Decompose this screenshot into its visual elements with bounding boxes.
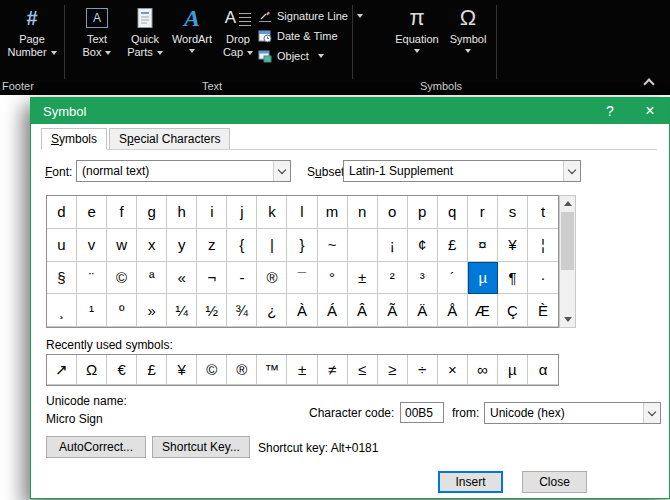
symbol-cell[interactable]: ¼ [167,294,197,327]
symbol-cell[interactable]: Ç [498,294,528,327]
chevron-down-icon[interactable] [563,161,580,181]
recent-symbol-cell[interactable]: ÷ [408,355,438,385]
recent-symbol-cell[interactable]: © [197,355,227,385]
scroll-up-button[interactable] [560,196,575,211]
quick-parts-button[interactable]: Quick Parts [122,3,168,75]
symbol-cell[interactable]: µ [468,262,498,295]
symbol-cell[interactable]: k [257,196,287,229]
symbol-cell[interactable]: o [378,196,408,229]
symbol-cell[interactable]: ¶ [498,262,528,295]
symbol-cell[interactable]: q [438,196,468,229]
symbol-cell[interactable]: « [167,262,197,295]
symbol-cell[interactable]: ¸ [47,294,77,327]
symbol-cell[interactable]: r [468,196,498,229]
symbol-cell[interactable]: Æ [468,294,498,327]
recent-symbol-cell[interactable]: ¥ [167,355,197,385]
symbol-cell[interactable]: e [77,196,107,229]
collapse-ribbon-icon[interactable] [643,78,654,89]
symbol-cell[interactable]: s [498,196,528,229]
recent-symbol-cell[interactable]: ® [227,355,257,385]
symbol-cell[interactable]: p [408,196,438,229]
close-button[interactable]: Close [522,471,587,493]
equation-button[interactable]: π Equation [390,3,444,75]
symbol-cell[interactable]: ² [378,262,408,295]
symbol-cell[interactable]: ¢ [408,229,438,262]
insert-button[interactable]: Insert [438,471,503,493]
symbol-cell[interactable]: - [227,262,257,295]
wordart-button[interactable]: A WordArt [168,3,216,75]
drop-cap-button[interactable]: A Drop Cap [216,3,260,75]
page-number-button[interactable]: # Page Number [4,3,60,75]
shortcut-key-button[interactable]: Shortcut Key... [152,436,250,458]
symbol-cell[interactable]: À [287,294,317,327]
subset-select[interactable]: Latin-1 Supplement [343,160,581,182]
symbol-cell[interactable]: © [107,262,137,295]
help-button[interactable]: ? [595,98,625,124]
recent-symbol-cell[interactable]: £ [137,355,167,385]
chevron-down-icon[interactable] [273,161,290,181]
symbol-cell[interactable]: d [47,196,77,229]
recent-symbol-cell[interactable]: × [438,355,468,385]
symbol-cell[interactable]: » [137,294,167,327]
symbol-cell[interactable]: x [137,229,167,262]
grid-scrollbar[interactable] [559,195,576,328]
recent-symbol-cell[interactable]: ≠ [318,355,348,385]
symbol-cell[interactable]: w [107,229,137,262]
symbol-cell[interactable]: ~ [318,229,348,262]
recent-symbol-cell[interactable]: ≥ [378,355,408,385]
symbol-cell[interactable]: j [227,196,257,229]
symbol-cell[interactable]: ´ [438,262,468,295]
close-icon[interactable]: × [635,98,665,124]
recent-symbol-cell[interactable]: ↗ [47,355,77,385]
symbol-cell[interactable]: | [257,229,287,262]
symbol-cell[interactable]: m [318,196,348,229]
recent-symbol-cell[interactable]: € [107,355,137,385]
symbol-cell[interactable]: ¨ [77,262,107,295]
recent-symbol-cell[interactable]: Ω [77,355,107,385]
symbol-cell[interactable]: ¾ [227,294,257,327]
symbol-cell[interactable]: ¦ [528,229,558,262]
symbol-cell[interactable]: t [528,196,558,229]
symbol-cell[interactable]: È [528,294,558,327]
recent-symbol-cell[interactable]: ™ [257,355,287,385]
symbol-cell[interactable]: ¿ [257,294,287,327]
symbol-cell[interactable]: ¹ [77,294,107,327]
symbol-cell[interactable]: ª [137,262,167,295]
symbol-cell[interactable]: ¤ [468,229,498,262]
from-select[interactable]: Unicode (hex) [484,402,661,424]
symbol-cell[interactable]: u [47,229,77,262]
symbol-cell[interactable]: Å [438,294,468,327]
symbol-cell[interactable]: { [227,229,257,262]
symbol-cell[interactable]: Â [348,294,378,327]
tab-symbols[interactable]: Symbols [41,128,107,150]
chevron-down-icon[interactable] [643,403,660,423]
symbol-cell[interactable]: £ [438,229,468,262]
symbol-cell[interactable]: ¥ [498,229,528,262]
scrollbar-thumb[interactable] [561,212,574,270]
symbol-cell[interactable]: v [77,229,107,262]
character-code-input[interactable] [400,402,444,423]
autocorrect-button[interactable]: AutoCorrect... [46,436,146,458]
recent-symbol-cell[interactable]: µ [498,355,528,385]
tab-special-characters[interactable]: Special Characters [109,128,230,149]
symbol-cell[interactable]: ± [348,262,378,295]
symbol-cell[interactable]: Ä [408,294,438,327]
symbol-cell[interactable]: ¬ [197,262,227,295]
symbol-cell[interactable]: Á [318,294,348,327]
symbol-cell[interactable]: i [197,196,227,229]
font-select[interactable]: (normal text) [76,160,291,182]
dialog-titlebar[interactable]: Symbol ? × [31,98,669,124]
symbol-cell[interactable] [348,229,378,262]
symbol-cell[interactable]: º [107,294,137,327]
symbol-cell[interactable]: z [197,229,227,262]
symbol-cell[interactable]: ³ [408,262,438,295]
recent-symbol-cell[interactable]: ≤ [348,355,378,385]
symbol-cell[interactable]: h [167,196,197,229]
symbol-cell[interactable]: n [348,196,378,229]
symbol-cell[interactable]: f [107,196,137,229]
symbol-cell[interactable]: g [137,196,167,229]
symbol-cell[interactable]: ° [318,262,348,295]
symbol-cell[interactable]: ½ [197,294,227,327]
symbol-button[interactable]: Ω Symbol [444,3,492,75]
symbol-cell[interactable]: l [287,196,317,229]
